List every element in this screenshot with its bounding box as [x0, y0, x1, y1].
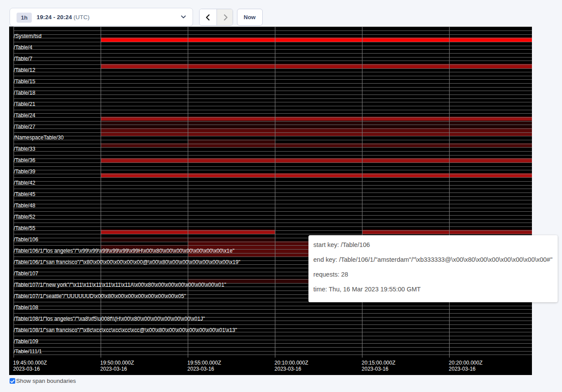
svg-text:19:45:00.000Z: 19:45:00.000Z — [13, 360, 47, 366]
svg-text:2023-03-16: 2023-03-16 — [362, 366, 389, 372]
svg-text:/Table/24: /Table/24 — [14, 112, 36, 118]
svg-text:/Table/106: /Table/106 — [14, 237, 38, 243]
svg-text:/Table/48: /Table/48 — [14, 203, 36, 209]
svg-text:/Table/33: /Table/33 — [14, 146, 36, 152]
svg-text:/Table/108/1/"los angeles"/"\x: /Table/108/1/"los angeles"/"\xa8\xf5\u00… — [14, 316, 205, 322]
svg-text:2023-03-16: 2023-03-16 — [13, 366, 40, 372]
svg-text:/Table/108/1/"san francisco"/": /Table/108/1/"san francisco"/"\x8c\xcc\x… — [14, 327, 237, 333]
svg-text:19:55:00.000Z: 19:55:00.000Z — [187, 360, 221, 366]
svg-text:20:10:00.000Z: 20:10:00.000Z — [274, 360, 308, 366]
svg-text:/Table/55: /Table/55 — [14, 225, 36, 231]
svg-text:/Table/108: /Table/108 — [14, 304, 38, 311]
svg-text:/Table/27: /Table/27 — [14, 124, 36, 130]
svg-text:2023-03-16: 2023-03-16 — [274, 366, 301, 372]
svg-text:/Table/107/1/"seattle"/"UUUUUU: /Table/107/1/"seattle"/"UUUUUUD\x00\x80\… — [14, 293, 186, 299]
svg-text:2023-03-16: 2023-03-16 — [100, 366, 127, 372]
svg-text:/Table/39: /Table/39 — [14, 169, 36, 175]
svg-text:/Table/107/1/"new york"/"\x11\: /Table/107/1/"new york"/"\x11\x11\x11\x1… — [14, 282, 227, 288]
svg-text:20:15:00.000Z: 20:15:00.000Z — [362, 360, 395, 366]
svg-text:/Table/109: /Table/109 — [14, 338, 38, 345]
svg-text:/Table/52: /Table/52 — [14, 214, 36, 220]
svg-text:/Table/106/1/"los angeles"/"\x: /Table/106/1/"los angeles"/"\x99\x99\x99… — [14, 248, 234, 254]
svg-text:/Table/106/1/"san francisco"/": /Table/106/1/"san francisco"/"\x80\x00\x… — [14, 259, 240, 265]
svg-text:/Table/42: /Table/42 — [14, 180, 36, 186]
svg-text:19:50:00.000Z: 19:50:00.000Z — [100, 360, 134, 366]
svg-text:20:20:00.000Z: 20:20:00.000Z — [449, 360, 482, 366]
svg-text:/Table/12: /Table/12 — [14, 67, 36, 73]
svg-text:2023-03-16: 2023-03-16 — [187, 366, 214, 372]
svg-text:/Table/4: /Table/4 — [14, 44, 33, 51]
svg-text:/Table/15: /Table/15 — [14, 78, 36, 84]
svg-text:/Table/36: /Table/36 — [14, 157, 36, 163]
svg-text:/Table/7: /Table/7 — [14, 56, 33, 62]
svg-text:/NamespaceTable/30: /NamespaceTable/30 — [14, 135, 64, 141]
svg-text:/System/tsd: /System/tsd — [14, 33, 42, 39]
svg-text:2023-03-16: 2023-03-16 — [449, 366, 476, 372]
svg-text:/Table/21: /Table/21 — [14, 101, 36, 107]
svg-text:/Table/45: /Table/45 — [14, 191, 36, 197]
svg-text:/Table/107: /Table/107 — [14, 270, 38, 277]
svg-text:/Table/111/1: /Table/111/1 — [14, 348, 42, 355]
svg-text:/Table/18: /Table/18 — [14, 90, 36, 96]
